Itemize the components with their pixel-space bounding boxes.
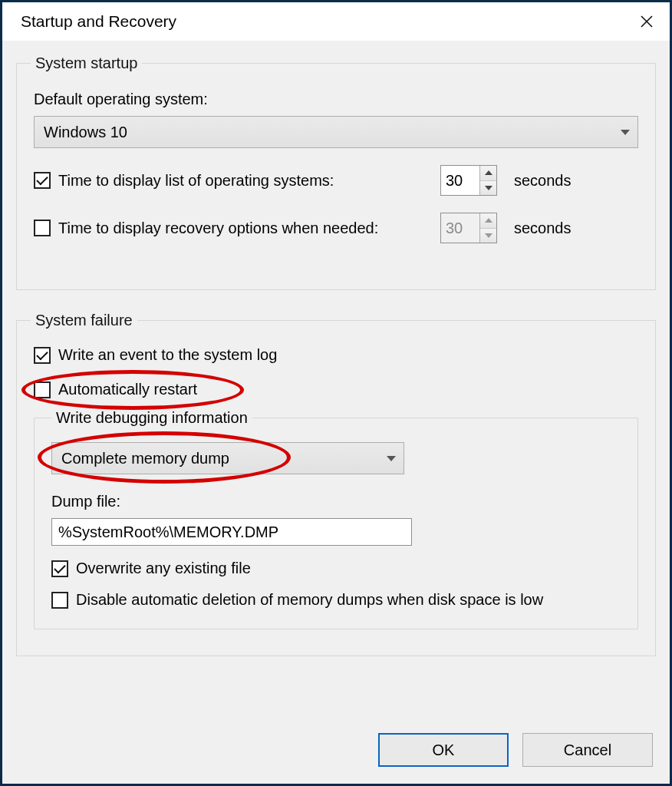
write-debug-info-legend: Write debugging information [51, 409, 252, 427]
dialog-buttons: OK Cancel [378, 733, 653, 767]
dialog-window: Startup and Recovery System startup Defa… [0, 0, 672, 786]
system-failure-group: System failure Write an event to the sys… [16, 312, 656, 656]
dialog-title: Startup and Recovery [21, 12, 176, 31]
display-list-checkbox[interactable] [34, 172, 51, 189]
chevron-down-icon [387, 456, 396, 461]
display-recovery-input [441, 213, 479, 243]
close-icon [641, 15, 653, 28]
system-failure-legend: System failure [31, 312, 137, 329]
write-debug-info-group: Write debugging information Complete mem… [34, 409, 638, 629]
disable-autodelete-checkbox[interactable] [51, 592, 68, 609]
default-os-value: Windows 10 [44, 124, 127, 141]
write-event-checkbox[interactable] [34, 347, 51, 364]
display-recovery-unit: seconds [514, 220, 572, 237]
cancel-button-label: Cancel [564, 741, 611, 759]
spin-down[interactable] [480, 181, 496, 196]
chevron-down-icon [621, 130, 630, 135]
display-recovery-seconds [440, 213, 497, 243]
overwrite-label: Overwrite any existing file [76, 560, 251, 577]
spin-up-disabled [480, 213, 496, 229]
dialog-body: System startup Default operating system:… [2, 41, 670, 784]
display-list-input[interactable] [441, 166, 479, 195]
close-button[interactable] [631, 6, 662, 37]
dump-type-value: Complete memory dump [61, 450, 229, 467]
spin-up[interactable] [480, 166, 496, 181]
display-list-label: Time to display list of operating system… [58, 172, 334, 190]
dump-type-select[interactable]: Complete memory dump [51, 442, 404, 474]
display-recovery-checkbox[interactable] [34, 220, 51, 236]
display-list-seconds[interactable] [440, 165, 497, 196]
spin-down-disabled [480, 229, 496, 243]
default-os-label: Default operating system: [34, 91, 638, 108]
disable-autodelete-label: Disable automatic deletion of memory dum… [76, 591, 543, 609]
overwrite-checkbox[interactable] [51, 560, 68, 577]
dump-file-input[interactable] [51, 518, 412, 546]
titlebar: Startup and Recovery [2, 2, 670, 41]
system-startup-legend: System startup [31, 54, 142, 72]
ok-button[interactable]: OK [378, 733, 509, 767]
auto-restart-checkbox[interactable] [34, 381, 51, 398]
dump-file-label: Dump file: [51, 493, 621, 510]
auto-restart-label: Automatically restart [58, 381, 197, 398]
write-event-label: Write an event to the system log [58, 346, 277, 364]
ok-button-label: OK [433, 741, 455, 759]
system-startup-group: System startup Default operating system:… [16, 54, 656, 290]
display-recovery-label: Time to display recovery options when ne… [58, 220, 378, 237]
display-list-unit: seconds [514, 172, 572, 190]
cancel-button[interactable]: Cancel [522, 733, 653, 767]
default-os-select[interactable]: Windows 10 [34, 116, 638, 148]
